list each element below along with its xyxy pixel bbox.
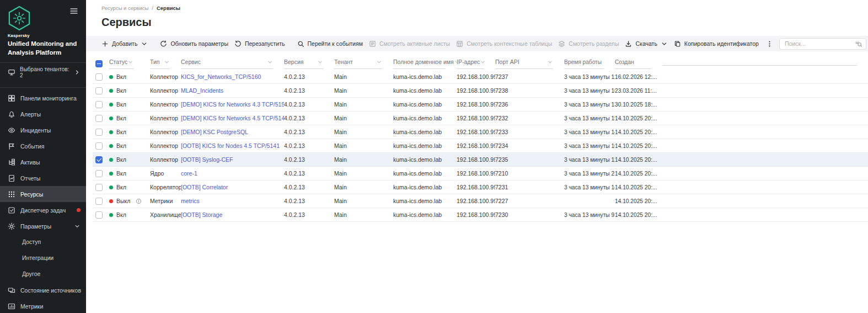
breadcrumb: Ресурсы и сервисы/Сервисы [101, 5, 857, 11]
row-checkbox-cell [93, 211, 109, 219]
select-all-checkbox[interactable] [95, 60, 103, 67]
sidebar-item-resources[interactable]: Ресурсы [0, 186, 86, 202]
ip-address-cell: 192.168.100.99 [457, 211, 495, 218]
table-row[interactable]: ВклКоллектор[DEMO] KICS for Networks 4.5… [93, 112, 868, 125]
column-header-type[interactable]: Тип [150, 59, 181, 69]
column-header-status[interactable]: Статус [109, 59, 150, 69]
breadcrumb-item[interactable]: Ресурсы и сервисы [101, 5, 148, 11]
sidebar-subitem-other[interactable]: Другое [0, 266, 86, 282]
table-row[interactable]: ВклКоллекторKICS_for_Networks_TCP/51604.… [93, 70, 868, 84]
chevron-down-icon [661, 40, 668, 47]
download-button[interactable]: Скачать [625, 40, 667, 47]
sidebar-item-task-manager[interactable]: Диспетчер задач [0, 202, 86, 218]
menu-toggle-button[interactable] [68, 6, 79, 17]
service-link[interactable]: [OOTB] Correlator [181, 184, 228, 190]
table-row[interactable]: ВклХранилище[OOTB] Storage4.0.2.13Mainku… [93, 208, 868, 222]
row-checkbox[interactable] [95, 170, 103, 177]
refresh-parameters-button[interactable]: Обновить параметры [160, 40, 228, 47]
service-cell: [DEMO] KICS for Networks 4.5 TCP/5140 [181, 115, 284, 121]
table-row[interactable]: ВклКоллектор[DEMO] KSC PostgreSQL4.0.2.1… [93, 125, 868, 139]
status-label: Вкл [116, 101, 126, 108]
service-link[interactable]: [DEMO] KICS for Networks 4.5 TCP/5140 [181, 115, 284, 121]
column-header-service[interactable]: Сервис [181, 59, 284, 69]
service-link[interactable]: [OOTB] Syslog-CEF [181, 156, 233, 163]
created-cell: 14.10.2025 20:... [615, 143, 662, 149]
type-cell: Коллектор [150, 101, 181, 108]
sort-chevron-icon [164, 59, 170, 65]
created-cell: 14.10.2025 20:... [615, 171, 662, 177]
table-row[interactable]: ВклКоллектор[OOTB] Syslog-CEF4.0.2.13Mai… [93, 153, 868, 167]
service-link[interactable]: [DEMO] KICS for Networks 4.3 TCP/5150 [181, 101, 284, 108]
service-link[interactable]: MLAD_Incidents [181, 87, 223, 94]
column-header-tenant[interactable]: Тенант [334, 59, 393, 69]
sidebar-subitem-access[interactable]: Доступ [0, 234, 86, 250]
dashboards-icon [8, 94, 15, 102]
table-row[interactable]: ВклЯдроcore-14.0.2.13Mainkuma-ics.demo.l… [93, 167, 868, 181]
row-checkbox[interactable] [95, 211, 103, 219]
row-checkbox[interactable] [95, 156, 103, 163]
service-link[interactable]: [OOTB] Storage [181, 211, 222, 218]
row-checkbox[interactable] [95, 184, 103, 191]
sidebar-item-label: Метрики [20, 303, 81, 310]
row-checkbox[interactable] [95, 101, 103, 108]
row-checkbox[interactable] [95, 129, 103, 136]
column-header-label: Статус [109, 59, 127, 65]
go-to-events-button[interactable]: Перейти к событиям [297, 40, 363, 47]
row-checkbox[interactable] [95, 198, 103, 205]
row-checkbox[interactable] [95, 87, 103, 94]
info-icon [136, 198, 142, 204]
table-row[interactable]: ВклКоллекторMLAD_Incidents4.0.2.13Mainku… [93, 84, 868, 98]
column-header-uptime[interactable]: Время работы [564, 59, 615, 69]
sidebar-item-settings[interactable]: Параметры [0, 218, 86, 234]
search-options-icon[interactable] [855, 40, 862, 48]
tenant-cell: Main [334, 184, 393, 190]
table-row[interactable]: ВыклМетрикиmetrics4.0.2.13Mainkuma-ics.d… [93, 194, 868, 208]
service-link[interactable]: metrics [181, 198, 200, 204]
sort-chevron-icon [480, 59, 486, 65]
sidebar-item-dashboards[interactable]: Панели мониторинга [0, 90, 86, 106]
search-input[interactable] [779, 38, 866, 50]
service-link[interactable]: KICS_for_Networks_TCP/5160 [181, 73, 261, 80]
fqdn-cell: kuma-ics.demo.lab [393, 87, 457, 94]
sidebar-subitem-integrations[interactable]: Интеграции [0, 250, 86, 266]
created-cell: 14.10.2025 20:... [615, 184, 662, 190]
column-header-fqdn[interactable]: Полное доменное имя [393, 59, 457, 69]
service-cell: core-1 [181, 170, 284, 177]
sidebar-item-label: Активы [20, 159, 81, 166]
view-partitions-button: Смотреть разделы [558, 40, 619, 47]
sidebar-item-metrics[interactable]: Метрики [0, 298, 86, 313]
row-checkbox[interactable] [95, 142, 103, 150]
column-header-version[interactable]: Версия [284, 59, 334, 69]
column-header-created[interactable]: Создан [615, 59, 662, 69]
service-link[interactable]: core-1 [181, 170, 197, 177]
sidebar-item-incidents[interactable]: Инциденты [0, 122, 86, 138]
created-cell: 14.10.2025 20:... [615, 115, 662, 121]
sidebar-item-events[interactable]: События [0, 138, 86, 154]
table-row[interactable]: ВклКоллектор[DEMO] KICS for Networks 4.3… [93, 98, 868, 112]
table-row[interactable]: ВклКоррелятор[OOTB] Correlator4.0.2.13Ma… [93, 181, 868, 194]
sources-icon [8, 287, 15, 294]
view-partitions-label: Смотреть разделы [569, 40, 619, 47]
sidebar-item-source-status[interactable]: Состояние источников [0, 282, 86, 298]
column-header-port[interactable]: Порт API [495, 59, 564, 69]
select-all-cell [93, 60, 109, 67]
table-row[interactable]: ВклКоллектор[OOTB] KICS for Nodes 4.5 TC… [93, 139, 868, 153]
add-button[interactable]: Добавить [101, 40, 148, 47]
service-link[interactable]: [DEMO] KSC PostgreSQL [181, 129, 248, 135]
tenant-selector[interactable]: Выбрано тенантов: 2 [0, 63, 86, 82]
more-actions-button[interactable] [766, 40, 773, 47]
sidebar-item-alerts[interactable]: Алерты [0, 106, 86, 122]
api-port-cell: 7236 [495, 101, 564, 108]
column-header-ip[interactable]: IP-адрес [457, 59, 495, 69]
chevron-right-icon [74, 69, 81, 76]
column-header-label: Версия [284, 59, 303, 65]
row-checkbox[interactable] [95, 115, 103, 122]
row-checkbox[interactable] [95, 73, 103, 81]
copy-id-button[interactable]: Копировать идентификатор [674, 40, 759, 47]
sidebar-item-reports[interactable]: Отчеты [0, 170, 86, 186]
restart-button[interactable]: Перезапустить [234, 40, 285, 47]
sidebar-item-assets[interactable]: Активы [0, 154, 86, 170]
column-header-inner: Тенант [334, 59, 382, 69]
service-link[interactable]: [OOTB] KICS for Nodes 4.5 TCP/5141 [181, 142, 280, 149]
row-checkbox-cell [93, 184, 109, 191]
